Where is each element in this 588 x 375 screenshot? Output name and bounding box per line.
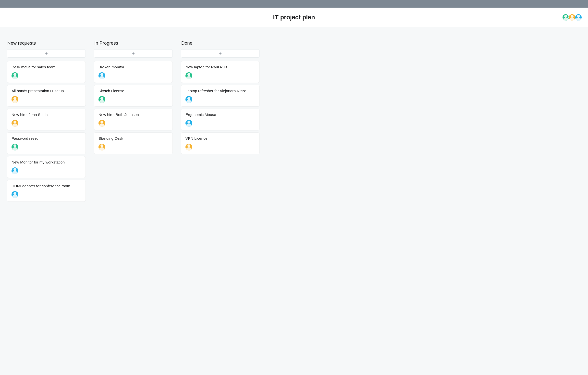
- column-title[interactable]: Done: [181, 39, 260, 49]
- column-title[interactable]: In Progress: [94, 39, 173, 49]
- card-title: Desk move for sales team: [12, 65, 81, 70]
- kanban-board: New requestsDesk move for sales teamAll …: [0, 27, 588, 216]
- kanban-column: In ProgressBroken monitorSketch LicenseN…: [91, 37, 175, 159]
- card-title: New Monitor for my workstation: [12, 160, 81, 165]
- add-card-button[interactable]: [94, 49, 173, 58]
- kanban-column: New requestsDesk move for sales teamAll …: [4, 37, 88, 207]
- page-header: IT project plan: [0, 8, 588, 27]
- kanban-card[interactable]: New hire: John Smith: [7, 109, 86, 130]
- assignee-avatar[interactable]: [12, 167, 18, 174]
- kanban-card[interactable]: All hands presentation IT setup: [7, 85, 86, 107]
- kanban-card[interactable]: Ergonomic Mouse: [181, 109, 260, 130]
- kanban-card[interactable]: Password reset: [7, 132, 86, 154]
- app-topbar: [0, 0, 588, 8]
- assignee-avatar[interactable]: [12, 72, 18, 79]
- card-title: New hire: John Smith: [12, 112, 81, 117]
- card-title: New laptop for Raul Ruiz: [185, 65, 255, 70]
- add-card-button[interactable]: [181, 49, 260, 58]
- card-title: VPN Licence: [185, 136, 255, 141]
- plus-icon: [219, 52, 222, 55]
- assignee-avatar[interactable]: [98, 96, 105, 103]
- card-title: New hire: Beth Johnson: [98, 112, 168, 117]
- assignee-avatar[interactable]: [98, 72, 105, 79]
- kanban-card[interactable]: Laptop refresher for Alejandro Rizzo: [181, 85, 260, 107]
- kanban-card[interactable]: Standing Desk: [94, 132, 173, 154]
- kanban-card[interactable]: Sketch License: [94, 85, 173, 107]
- project-members[interactable]: [563, 14, 582, 21]
- kanban-card[interactable]: New Monitor for my workstation: [7, 156, 86, 178]
- assignee-avatar[interactable]: [12, 191, 18, 198]
- card-title: HDMI adapter for conference room: [12, 184, 81, 189]
- assignee-avatar[interactable]: [12, 144, 18, 150]
- card-title: All hands presentation IT setup: [12, 88, 81, 94]
- plus-icon: [45, 52, 48, 55]
- assignee-avatar[interactable]: [185, 144, 192, 150]
- column-title[interactable]: New requests: [7, 39, 86, 49]
- assignee-avatar[interactable]: [12, 120, 18, 127]
- add-card-button[interactable]: [7, 49, 86, 58]
- card-title: Broken monitor: [98, 65, 168, 70]
- assignee-avatar[interactable]: [98, 120, 105, 127]
- kanban-card[interactable]: HDMI adapter for conference room: [7, 180, 86, 202]
- card-title: Standing Desk: [98, 136, 168, 141]
- kanban-column: DoneNew laptop for Raul RuizLaptop refre…: [178, 37, 262, 159]
- page-title: IT project plan: [273, 14, 315, 21]
- kanban-card[interactable]: VPN Licence: [181, 132, 260, 154]
- card-title: Password reset: [12, 136, 81, 141]
- assignee-avatar[interactable]: [185, 96, 192, 103]
- card-title: Ergonomic Mouse: [185, 112, 255, 117]
- card-title: Sketch License: [98, 88, 168, 94]
- kanban-card[interactable]: New hire: Beth Johnson: [94, 109, 173, 130]
- plus-icon: [132, 52, 135, 55]
- member-avatar[interactable]: [575, 14, 582, 21]
- assignee-avatar[interactable]: [185, 120, 192, 127]
- assignee-avatar[interactable]: [12, 96, 18, 103]
- card-title: Laptop refresher for Alejandro Rizzo: [185, 88, 255, 94]
- kanban-card[interactable]: Desk move for sales team: [7, 61, 86, 83]
- kanban-card[interactable]: Broken monitor: [94, 61, 173, 83]
- assignee-avatar[interactable]: [185, 72, 192, 79]
- kanban-card[interactable]: New laptop for Raul Ruiz: [181, 61, 260, 83]
- assignee-avatar[interactable]: [98, 144, 105, 150]
